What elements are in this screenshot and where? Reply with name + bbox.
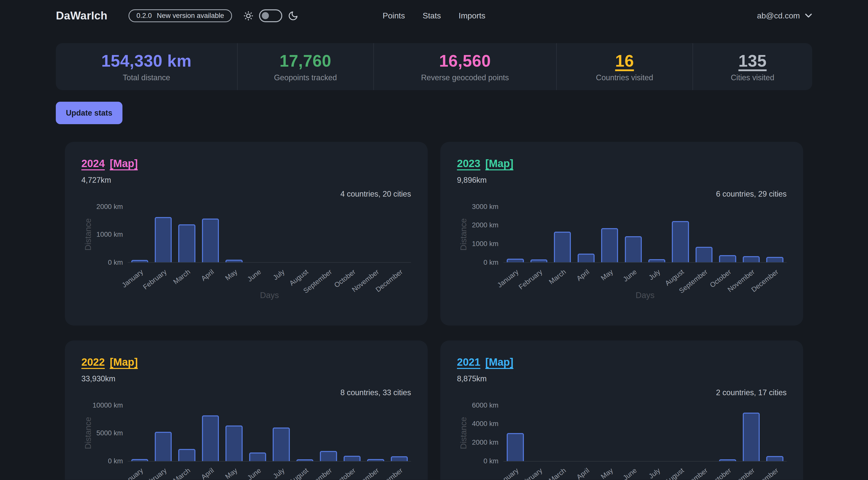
bar-slot bbox=[527, 405, 551, 461]
y-axis-tick-label: 2000 km bbox=[472, 221, 498, 229]
year-total-distance: 9,896km bbox=[457, 175, 787, 185]
bar-april bbox=[202, 219, 219, 262]
x-axis-month-label: May bbox=[599, 268, 615, 282]
stat-cities-visited: 135 Cities visited bbox=[692, 43, 812, 90]
bar-slot bbox=[645, 206, 669, 262]
year-card-2023: 2023 [Map] 9,896km 6 countries, 29 citie… bbox=[440, 142, 803, 325]
user-menu[interactable]: ab@cd.com bbox=[757, 11, 812, 21]
x-axis-month-label: July bbox=[647, 268, 662, 282]
bar-slot bbox=[340, 206, 364, 262]
theme-switcher bbox=[243, 9, 299, 22]
nav-item-stats[interactable]: Stats bbox=[423, 11, 441, 21]
bar-slot bbox=[621, 206, 645, 262]
y-axis-tick-label: 0 km bbox=[108, 456, 123, 466]
chevron-down-icon bbox=[805, 13, 812, 19]
year-link[interactable]: 2023 bbox=[457, 158, 480, 169]
x-axis-month-label: March bbox=[547, 268, 567, 286]
cities-visited-link[interactable]: 135 bbox=[739, 51, 767, 70]
bar-slot bbox=[128, 206, 151, 262]
y-axis-tick-label: 0 km bbox=[108, 258, 123, 267]
year-link[interactable]: 2022 bbox=[81, 356, 105, 368]
bar-slot bbox=[598, 206, 621, 262]
y-axis-tick-label: 3000 km bbox=[472, 202, 498, 211]
bar-june bbox=[625, 236, 642, 262]
bar-january bbox=[131, 260, 148, 262]
sun-icon bbox=[243, 10, 254, 21]
nav-item-points[interactable]: Points bbox=[382, 11, 405, 21]
map-link[interactable]: [Map] bbox=[485, 158, 513, 169]
bar-slot bbox=[575, 206, 598, 262]
bar-slot bbox=[692, 206, 716, 262]
dawarich-app: DaWarIch 0.2.0 New version available bbox=[0, 0, 868, 480]
y-axis-tick-label: 2000 km bbox=[96, 202, 123, 211]
year-link[interactable]: 2021 bbox=[457, 356, 480, 368]
main-nav: Points Stats Imports bbox=[382, 11, 485, 21]
stat-value: 16,560 bbox=[439, 51, 491, 70]
x-axis-month-label: August bbox=[663, 268, 685, 287]
x-axis-month-label: January bbox=[496, 268, 520, 289]
year-card-2024: 2024 [Map] 4,727km 4 countries, 20 citie… bbox=[65, 142, 428, 325]
bar-slot bbox=[364, 405, 387, 461]
theme-toggle[interactable] bbox=[259, 9, 282, 22]
bar-slot bbox=[128, 405, 151, 461]
bar-april bbox=[578, 254, 595, 262]
bar-june bbox=[249, 452, 266, 461]
x-axis: JanuaryFebruaryMarchAprilMayJuneJulyAugu… bbox=[503, 461, 787, 480]
stat-geopoints-tracked: 17,760 Geopoints tracked bbox=[237, 43, 373, 90]
bar-slot bbox=[621, 405, 645, 461]
bar-august bbox=[672, 221, 689, 262]
y-axis: 6000 km4000 km2000 km0 km bbox=[470, 405, 504, 461]
version-number: 0.2.0 bbox=[136, 11, 152, 20]
x-axis-month-label: May bbox=[599, 467, 615, 480]
bar-september bbox=[695, 247, 712, 262]
plot-area bbox=[503, 206, 787, 263]
year-link[interactable]: 2024 bbox=[81, 158, 105, 169]
bar-slot bbox=[716, 206, 739, 262]
stat-value: 154,330 km bbox=[101, 51, 192, 70]
y-axis-tick-label: 0 km bbox=[484, 456, 498, 466]
bar-january bbox=[131, 459, 148, 461]
version-badge[interactable]: 0.2.0 New version available bbox=[128, 9, 232, 22]
update-stats-button[interactable]: Update stats bbox=[56, 102, 122, 124]
bar-may bbox=[225, 260, 242, 262]
x-axis-month-label: June bbox=[621, 268, 638, 283]
bar-slot bbox=[199, 206, 222, 262]
bar-july bbox=[648, 259, 665, 262]
bar-slot bbox=[175, 405, 198, 461]
y-axis-title: Distance bbox=[459, 417, 468, 449]
distance-bar-chart: Distance 10000 km5000 km0 km JanuaryFebr… bbox=[81, 401, 411, 480]
stat-label: Reverse geocoded points bbox=[421, 73, 509, 82]
bar-slot bbox=[222, 206, 246, 262]
map-link[interactable]: [Map] bbox=[110, 158, 138, 169]
bar-march bbox=[178, 224, 195, 262]
bar-october bbox=[719, 459, 736, 461]
bar-slot bbox=[293, 206, 317, 262]
x-axis-month-label: October bbox=[708, 467, 733, 480]
x-axis-month-label: October bbox=[333, 467, 357, 480]
bar-november bbox=[743, 413, 760, 461]
countries-visited-link[interactable]: 16 bbox=[615, 51, 634, 70]
x-axis-month-label: April bbox=[575, 268, 591, 283]
nav-item-imports[interactable]: Imports bbox=[459, 11, 486, 21]
stat-reverse-geocoded: 16,560 Reverse geocoded points bbox=[373, 43, 556, 90]
x-axis-month-label: February bbox=[142, 467, 168, 480]
app-logo[interactable]: DaWarIch bbox=[56, 9, 107, 22]
map-link[interactable]: [Map] bbox=[485, 356, 513, 368]
x-axis-month-label: July bbox=[647, 467, 662, 480]
countries-cities-summary: 6 countries, 29 cities bbox=[457, 190, 787, 199]
bar-may bbox=[601, 228, 618, 262]
stat-total-distance: 154,330 km Total distance bbox=[56, 43, 237, 90]
y-axis-tick-label: 4000 km bbox=[472, 419, 498, 428]
y-axis: 2000 km1000 km0 km bbox=[95, 206, 128, 262]
bar-slot bbox=[503, 405, 527, 461]
bar-july bbox=[273, 427, 289, 461]
x-axis-month-label: April bbox=[199, 268, 215, 283]
bar-march bbox=[554, 232, 571, 262]
y-axis-title: Distance bbox=[459, 218, 468, 251]
bar-november bbox=[743, 256, 760, 262]
bar-slot bbox=[175, 206, 198, 262]
bar-slot bbox=[575, 405, 598, 461]
x-axis: JanuaryFebruaryMarchAprilMayJuneJulyAugu… bbox=[503, 263, 787, 290]
y-axis-tick-label: 1000 km bbox=[472, 239, 498, 248]
map-link[interactable]: [Map] bbox=[110, 356, 138, 368]
